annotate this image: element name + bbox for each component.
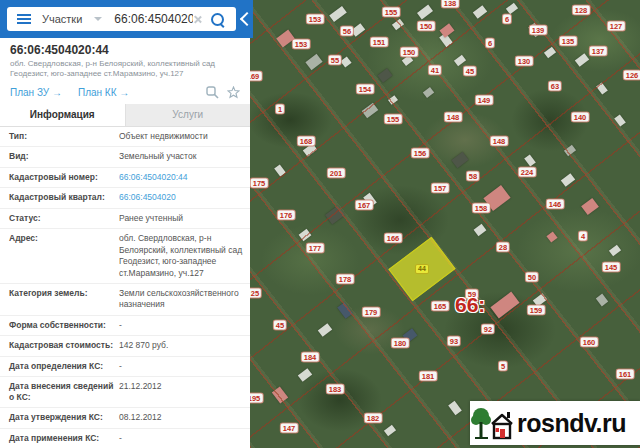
parcel-number-badge: 168: [297, 136, 316, 147]
map-canvas[interactable]: 44 1535615515015115315055411691541155168…: [250, 0, 640, 448]
row-label: Вид:: [9, 151, 119, 162]
parcel-number-badge: 148: [490, 136, 509, 147]
row-label: Категория земель:: [9, 288, 119, 311]
row-label: Форма собственности:: [9, 320, 119, 331]
parcel-number-badge: 147: [280, 423, 299, 434]
parcel-number-badge: 155: [382, 7, 401, 18]
table-row: Категория земель:Земли сельскохозяйствен…: [0, 284, 250, 316]
parcel-number-badge: 178: [336, 274, 355, 285]
chevron-down-icon[interactable]: [94, 17, 102, 21]
parcel-number-badge: 156: [411, 148, 430, 159]
plan-zu-link[interactable]: План ЗУ →: [10, 87, 62, 98]
parcel-number-badge: 167: [355, 200, 374, 211]
table-row: Адрес:обл. Свердловская, р-н Белоярский,…: [0, 229, 250, 284]
parcel-number-badge: 28: [496, 242, 510, 253]
row-value: Земельный участок: [119, 151, 250, 162]
parcel-number-badge: 126: [623, 70, 640, 81]
parcel-number-badge: 127: [607, 21, 626, 32]
row-value: -: [119, 361, 250, 372]
search-icon[interactable]: [211, 13, 224, 26]
zoom-to-object-icon[interactable]: [206, 86, 219, 99]
plan-kk-link[interactable]: План КК →: [78, 87, 129, 98]
parcel-number-badge: 153: [292, 39, 311, 50]
parcel-number-badge: 181: [419, 371, 438, 382]
panel-tabs: Информация Услуги: [0, 104, 250, 127]
row-value: 08.12.2012: [119, 412, 250, 423]
parcel-number-badge: 150: [417, 21, 436, 32]
parcel-number-badge: 135: [559, 36, 578, 47]
parcel-number-badge: 149: [475, 95, 494, 106]
parcel-number-badge: 161: [616, 369, 635, 380]
cadastral-map-app: 44 1535615515015115315055411691541155168…: [0, 0, 640, 448]
table-row: Дата внесения сведений о КС:21.12.2012: [0, 377, 250, 408]
watermark-logo-icon: [470, 404, 514, 442]
plan-links-row: План ЗУ → План КК →: [0, 80, 250, 103]
parcel-number-badge: 4: [578, 231, 588, 242]
parcel-number-badge: 160: [580, 337, 599, 348]
table-row: Форма собственности:-: [0, 316, 250, 336]
row-value: -: [119, 320, 250, 331]
parcel-number-badge: 58: [466, 171, 480, 182]
parcel-number-badge: 50: [525, 272, 539, 283]
row-label: Дата утверждения КС:: [9, 412, 119, 423]
search-category-dropdown[interactable]: Участки: [42, 13, 82, 25]
table-row: Тип:Объект недвижимости: [0, 127, 250, 147]
info-table: Тип:Объект недвижимостиВид:Земельный уча…: [0, 127, 250, 448]
search-box: Участки 66:06:4504020:44: [7, 7, 236, 31]
row-label: Тип:: [9, 131, 119, 142]
parcel-number-badge: 138: [441, 0, 460, 9]
row-label: Кадастровый квартал:: [9, 192, 119, 203]
top-search-bar: Участки 66:06:4504020:44: [0, 0, 253, 38]
parcel-number-badge: 176: [277, 210, 296, 221]
parcel-number-badge: 63: [548, 81, 562, 92]
table-row: Кадастровый номер:66:06:4504020:44: [0, 168, 250, 188]
table-row: Кадастровый квартал:66:06:4504020: [0, 188, 250, 208]
parcel-number-badge: 180: [391, 338, 410, 349]
row-label: Дата внесения сведений о КС:: [9, 381, 119, 403]
tab-information[interactable]: Информация: [0, 104, 125, 126]
table-row: Кадастровая стоимость:142 870 руб.: [0, 336, 250, 356]
parcel-number-badge: 165: [431, 301, 450, 312]
parcel-title: 66:06:4504020:44: [0, 38, 250, 58]
parcel-number-badge: 5: [498, 361, 508, 372]
table-row: Статус:Ранее учтенный: [0, 209, 250, 229]
parcel-address-subtitle: обл. Свердловская, р-н Белоярский, колле…: [0, 58, 250, 80]
watermark: rosndv.ru: [470, 401, 640, 445]
row-value-link[interactable]: 66:06:4504020:44: [119, 172, 250, 183]
clear-search-icon[interactable]: [193, 15, 202, 24]
parcel-number-badge: 6: [502, 14, 512, 25]
row-value-link[interactable]: 66:06:4504020: [119, 192, 250, 203]
table-row: Вид:Земельный участок: [0, 147, 250, 167]
parcel-number-badge: 140: [571, 112, 590, 123]
row-value: Земли сельскохозяйственного назначения: [119, 288, 250, 311]
row-label: Дата определения КС:: [9, 361, 119, 372]
parcel-number-badge: 169: [250, 71, 262, 82]
parcel-number-badge: 183: [326, 384, 345, 395]
parcel-number-badge: 195: [250, 393, 263, 404]
cadastral-quarter-label: 66:: [455, 295, 485, 315]
row-value: 142 870 руб.: [119, 340, 250, 351]
search-input[interactable]: 66:06:4504020:44: [114, 12, 193, 26]
parcel-number-badge: 201: [327, 168, 346, 179]
row-value: Объект недвижимости: [119, 131, 250, 142]
watermark-text: rosndv.ru: [517, 409, 626, 438]
parcel-number-badge: 175: [250, 178, 268, 189]
parcel-number-badge: 159: [527, 305, 546, 316]
favorite-star-icon[interactable]: [227, 86, 240, 99]
row-value: -: [119, 433, 250, 444]
menu-icon[interactable]: [17, 18, 31, 20]
parcel-number-badge: 166: [384, 233, 403, 244]
row-value: 21.12.2012: [119, 381, 250, 403]
parcel-number-badge: 146: [546, 199, 565, 210]
parcel-number-badge: 55: [328, 55, 342, 66]
tab-services[interactable]: Услуги: [125, 104, 251, 126]
parcel-number-badge: 184: [301, 352, 320, 363]
parcel-number-badge: 45: [273, 320, 287, 331]
parcel-number-badge: 148: [444, 112, 463, 123]
parcel-number-badge: 177: [306, 243, 325, 254]
parcel-number-badge: 41: [428, 65, 442, 76]
parcel-number-badge: 137: [589, 46, 608, 57]
table-row: Дата определения КС:-: [0, 357, 250, 377]
collapse-panel-icon[interactable]: [240, 12, 254, 26]
selected-parcel-number: 44: [415, 264, 429, 274]
